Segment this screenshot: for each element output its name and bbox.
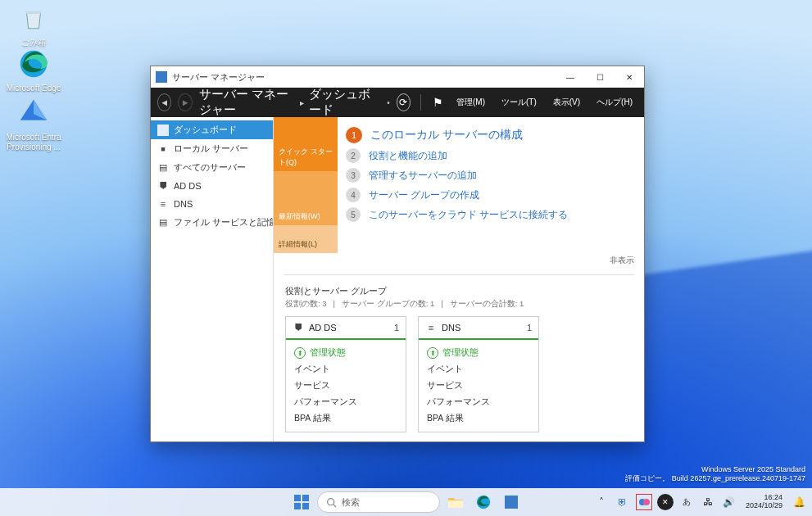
- notifications-flag-icon[interactable]: ⚑: [431, 93, 445, 111]
- sidebar-item-ad[interactable]: AD DS: [151, 177, 273, 195]
- minimize-button[interactable]: —: [556, 66, 585, 88]
- tile-row[interactable]: イベント: [427, 361, 530, 378]
- breadcrumb: サーバー マネージャー ▸ ダッシュボード: [199, 87, 374, 118]
- quick-start-step[interactable]: 5このサーバーをクラウド サービスに接続する: [346, 207, 636, 222]
- window-title: サーバー マネージャー: [172, 71, 265, 84]
- tray-app-icon[interactable]: ✕: [657, 494, 674, 510]
- role-tile[interactable]: ⛊AD DS1管理状態イベントサービスパフォーマンスBPA 結果: [285, 316, 406, 432]
- chevron-right-icon: ▸: [300, 98, 304, 107]
- tile-name: AD DS: [309, 323, 337, 333]
- maximize-button[interactable]: ☐: [585, 66, 615, 88]
- tile-row[interactable]: イベント: [294, 361, 397, 378]
- tray-chevron-icon[interactable]: ˄: [593, 494, 610, 510]
- svg-line-6: [333, 504, 335, 506]
- taskbar-search[interactable]: 検索: [317, 491, 440, 513]
- step-number: 3: [346, 168, 361, 183]
- tile-icon: ⛊: [293, 322, 304, 333]
- sidebar-item-all[interactable]: すべてのサーバー: [151, 158, 273, 177]
- tab-whats-new[interactable]: 最新情報(W): [274, 171, 338, 225]
- search-icon: [326, 497, 337, 508]
- app-header: ◄ ► サーバー マネージャー ▸ ダッシュボード • ⟳ ⚑ 管理(M) ツー…: [151, 88, 644, 117]
- step-text: サーバー グループの作成: [369, 188, 479, 202]
- hide-link[interactable]: 非表示: [274, 253, 644, 271]
- sidebar-item-label: すべてのサーバー: [174, 161, 246, 174]
- sidebar-item-dash[interactable]: ダッシュボード: [151, 120, 273, 139]
- desktop-icon-label: Microsoft Entra Provisioning ...: [5, 133, 62, 152]
- tray-security-icon[interactable]: ⛨: [615, 494, 631, 510]
- taskbar-edge[interactable]: [471, 490, 496, 514]
- quick-start-step[interactable]: 2役割と機能の追加: [346, 148, 636, 163]
- taskbar: 検索 ˄ ⛨ ✕ あ 🖧 🔊 16:242024/10/29: [0, 488, 812, 516]
- taskbar-explorer[interactable]: [443, 490, 468, 514]
- desktop-icon-label: ごみ箱: [5, 38, 62, 48]
- window-titlebar[interactable]: サーバー マネージャー — ☐ ✕: [151, 66, 644, 88]
- recycle-bin-icon: [17, 2, 50, 34]
- quick-start-step[interactable]: 4サーバー グループの作成: [346, 188, 636, 202]
- tile-row[interactable]: サービス: [427, 378, 530, 394]
- file-icon: [157, 217, 169, 229]
- tile-count: 1: [527, 323, 532, 333]
- tab-learn-more[interactable]: 詳細情報(L): [274, 225, 338, 253]
- menu-manage[interactable]: 管理(M): [451, 97, 490, 108]
- nav-back-button[interactable]: ◄: [157, 93, 171, 111]
- desktop-icon-edge[interactable]: Microsoft Edge: [5, 48, 62, 93]
- role-tile[interactable]: ≡DNS1管理状態イベントサービスパフォーマンスBPA 結果: [418, 316, 539, 432]
- sidebar-item-dns[interactable]: DNS: [151, 195, 273, 213]
- server-manager-window: サーバー マネージャー — ☐ ✕ ◄ ► サーバー マネージャー ▸ ダッシュ…: [150, 66, 645, 442]
- sidebar-item-label: AD DS: [174, 181, 202, 191]
- tile-row[interactable]: 管理状態: [294, 345, 397, 361]
- tile-row[interactable]: サービス: [294, 378, 397, 394]
- tile-name: DNS: [442, 323, 460, 333]
- sidebar-item-srv[interactable]: ローカル サーバー: [151, 139, 273, 158]
- tray-network-icon[interactable]: 🖧: [700, 494, 716, 510]
- refresh-button[interactable]: ⟳: [397, 93, 411, 111]
- quick-start-steps: 1このローカル サーバーの構成2役割と機能の追加3管理するサーバーの追加4サーバ…: [338, 117, 644, 253]
- taskbar-clock[interactable]: 16:242024/10/29: [742, 494, 786, 510]
- start-button[interactable]: [289, 490, 314, 514]
- tile-count: 1: [394, 323, 399, 333]
- tray-copilot-icon[interactable]: [636, 494, 652, 510]
- all-icon: [157, 162, 169, 174]
- step-text: 役割と機能の追加: [369, 149, 447, 163]
- tray-ime-icon[interactable]: あ: [678, 494, 695, 510]
- tile-row[interactable]: BPA 結果: [427, 410, 530, 427]
- main-content: クイック スタート(Q) 最新情報(W) 詳細情報(L) 1このローカル サーバ…: [274, 117, 644, 441]
- step-number: 5: [346, 207, 361, 222]
- sidebar-item-label: ファイル サービスと記憶域サ...: [174, 216, 273, 229]
- ad-icon: [157, 180, 169, 192]
- step-number: 2: [346, 148, 361, 163]
- sidebar-item-file[interactable]: ファイル サービスと記憶域サ...: [151, 213, 273, 232]
- tile-header: ⛊AD DS1: [286, 317, 406, 340]
- tray-notifications-icon[interactable]: 🔔: [791, 494, 807, 510]
- tile-row[interactable]: パフォーマンス: [427, 394, 530, 410]
- close-button[interactable]: ✕: [615, 66, 644, 88]
- taskbar-server-manager[interactable]: [499, 490, 524, 514]
- menu-tools[interactable]: ツール(T): [497, 97, 542, 108]
- menu-view[interactable]: 表示(V): [548, 97, 585, 108]
- srv-icon: [157, 143, 169, 155]
- groups-title: 役割とサーバー グループ: [285, 285, 633, 297]
- sidebar-item-label: ローカル サーバー: [174, 143, 248, 155]
- desktop: ごみ箱 Microsoft Edge Microsoft Entra Provi…: [0, 0, 812, 516]
- dash-icon: [157, 124, 169, 136]
- groups-subtitle: 役割の数: 3| サーバー グループの数: 1| サーバーの合計数: 1: [285, 299, 633, 310]
- quick-start-step[interactable]: 3管理するサーバーの追加: [346, 168, 636, 183]
- desktop-icon-recycle-bin[interactable]: ごみ箱: [5, 2, 62, 48]
- step-text: このサーバーをクラウド サービスに接続する: [369, 208, 568, 222]
- step-text: 管理するサーバーの追加: [369, 169, 477, 183]
- tray-volume-icon[interactable]: 🔊: [721, 494, 737, 510]
- svg-point-10: [643, 499, 650, 505]
- quick-start-step[interactable]: 1このローカル サーバーの構成: [346, 127, 636, 143]
- divider: [284, 274, 634, 275]
- tile-row[interactable]: パフォーマンス: [294, 394, 397, 410]
- tile-row[interactable]: 管理状態: [427, 345, 530, 361]
- sidebar: ダッシュボードローカル サーバーすべてのサーバーAD DSDNSファイル サービ…: [151, 117, 274, 441]
- desktop-icon-entra-provisioning[interactable]: Microsoft Entra Provisioning ...: [5, 97, 62, 152]
- tile-row[interactable]: BPA 結果: [294, 410, 397, 427]
- nav-forward-button[interactable]: ►: [178, 93, 192, 111]
- menu-help[interactable]: ヘルプ(H): [592, 97, 637, 108]
- tab-quick-start[interactable]: クイック スタート(Q): [274, 117, 338, 171]
- edge-icon: [17, 48, 50, 80]
- tile-icon: ≡: [425, 322, 437, 333]
- svg-rect-1: [294, 495, 301, 501]
